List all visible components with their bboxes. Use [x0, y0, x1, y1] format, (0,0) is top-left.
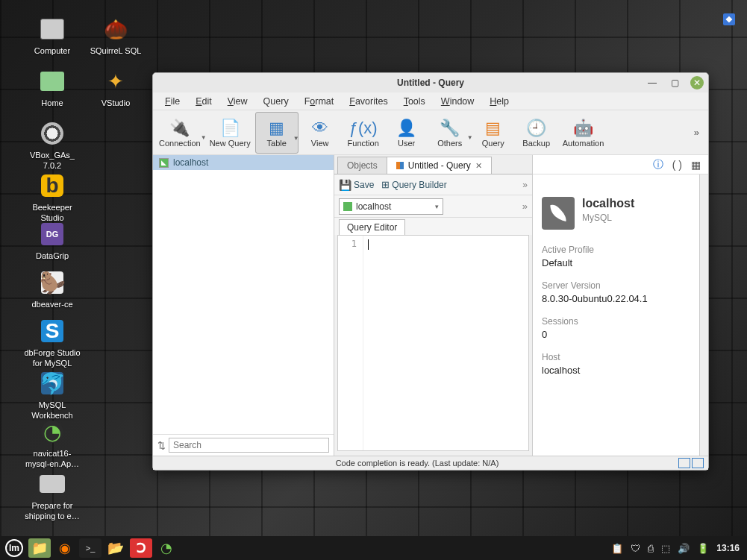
menu-tools[interactable]: Tools [396, 94, 433, 109]
search-input[interactable] [169, 438, 329, 453]
panel-toggle-right[interactable] [692, 458, 704, 468]
taskbar: lm 📁 ◉ >_ 📂 Ͻ ◔ 📋 🛡 ⎙ ⬚ 🔊 🔋 13:16 [0, 536, 747, 560]
save-button[interactable]: 💾 Save [339, 179, 374, 191]
taskbar-terminal[interactable]: >_ [79, 538, 101, 558]
braces-icon[interactable]: ( ) [672, 159, 682, 171]
taskbar-files2[interactable]: 📂 [104, 538, 127, 558]
desktop-icon-navicat16-mysql-en-ap-[interactable]: ◔navicat16-mysql-en.Ap… [15, 418, 90, 470]
desktop-icon-squirrel-sql[interactable]: 🌰SQuirreL SQL [78, 15, 153, 57]
menu-file[interactable]: File [157, 94, 187, 109]
close-button[interactable]: ✕ [690, 76, 704, 89]
toolbar-others[interactable]: 🔧Others▼ [428, 112, 472, 154]
tray-disk-icon[interactable]: ⎙ [648, 543, 654, 554]
minimize-button[interactable]: — [646, 76, 659, 89]
datasource-row: localhost » [334, 195, 532, 218]
desktop-icon-dbforge-studio-for-mysql[interactable]: SdbForge Studiofor MySQL [15, 317, 90, 369]
toolbar-backup[interactable]: 🕘Backup [515, 112, 558, 154]
toolbar-automation[interactable]: 🤖Automation [558, 112, 609, 154]
maximize-button[interactable]: ▢ [668, 76, 681, 89]
desktop-icon-label: VStudio [78, 98, 153, 109]
toolbar-new-query[interactable]: 📄New Query [205, 112, 255, 154]
editor-subtabs: Query Editor [334, 218, 532, 235]
toolbar-label: Query [482, 139, 504, 148]
toolbar-overflow[interactable]: » [687, 127, 707, 138]
desktop-notification-icon[interactable]: ❖ [723, 13, 735, 25]
taskbar-files[interactable]: 📁 [28, 538, 51, 558]
query-bar-overflow[interactable]: » [522, 180, 528, 190]
function-icon: ƒ(x) [349, 118, 378, 139]
desktop-icon-label: SQuirreL SQL [78, 46, 153, 57]
desktop-icon-prepare-for-shipping-to-e-[interactable]: Prepare forshipping to e… [15, 470, 90, 522]
menu-format[interactable]: Format [297, 94, 342, 109]
menu-window[interactable]: Window [434, 94, 481, 109]
connection-item-localhost[interactable]: ◣ localhost [153, 155, 334, 170]
taskbar-navicat[interactable]: ◔ [155, 538, 178, 558]
toolbar-view[interactable]: 👁View [299, 112, 342, 154]
datasource-label: localhost [356, 201, 391, 212]
info-scrollbar[interactable] [699, 174, 708, 456]
tray-network-icon[interactable]: ⬚ [661, 543, 670, 554]
desktop-icon-glyph [38, 67, 66, 95]
tray-clipboard-icon[interactable]: 📋 [611, 543, 623, 554]
tab-label: Untitled - Query [408, 160, 471, 171]
desktop-icon-glyph: DG [38, 220, 66, 248]
toolbar-connection[interactable]: 🔌Connection▼ [154, 112, 205, 154]
query-builder-button[interactable]: ⊞ Query Builder [381, 179, 446, 190]
tray-clock[interactable]: 13:16 [716, 543, 740, 553]
user-icon: 👤 [396, 118, 416, 139]
query-icon: ▤ [485, 118, 501, 139]
panel-toggle-left[interactable] [678, 458, 690, 468]
menu-help[interactable]: Help [482, 94, 516, 109]
toolbar-query[interactable]: ▤Query [472, 112, 515, 154]
desktop-icon-datagrip[interactable]: DGDataGrip [15, 220, 90, 262]
desktop: Computer🌰SQuirreL SQLHome✦VStudioVBox_GA… [0, 0, 164, 536]
info-value-server-version: 8.0.30-0ubuntu0.22.04.1 [542, 293, 690, 304]
desktop-icon-glyph [38, 15, 66, 43]
desktop-icon-glyph: 🌰 [101, 15, 130, 43]
desktop-icon-mysql-workbench[interactable]: 🐬MySQLWorkbench [15, 369, 90, 421]
desktop-icon-beekeeper-studio[interactable]: bBeekeeperStudio [15, 172, 90, 224]
plug-icon: 🔌 [169, 118, 190, 139]
tab-untitled-query[interactable]: Untitled - Query✕ [387, 157, 492, 174]
start-menu-button[interactable]: lm [3, 538, 25, 558]
close-icon[interactable]: ✕ [475, 161, 482, 171]
desktop-icon-vstudio[interactable]: ✦VStudio [78, 67, 153, 109]
info-icon[interactable]: ⓘ [653, 158, 663, 172]
titlebar[interactable]: Untitled - Query — ▢ ✕ [153, 73, 708, 92]
tray-volume-icon[interactable]: 🔊 [678, 543, 690, 554]
toolbar-function[interactable]: ƒ(x)Function [342, 112, 385, 154]
datasource-overflow[interactable]: » [522, 201, 528, 212]
sort-icon[interactable]: ⇅ [157, 440, 166, 451]
grid-icon[interactable]: ▦ [691, 159, 701, 171]
tab-icon [396, 162, 404, 169]
line-gutter: 1 [338, 236, 363, 450]
toolbar-user[interactable]: 👤User [385, 112, 428, 154]
window-title: Untitled - Query [397, 78, 464, 88]
menu-query[interactable]: Query [256, 94, 296, 109]
code-area[interactable] [363, 236, 528, 450]
toolbar-table[interactable]: ▦Table▼ [255, 112, 299, 154]
toolbar-label: Automation [563, 139, 604, 148]
taskbar-firefox[interactable]: ◉ [54, 538, 76, 558]
toolbar-label: Function [348, 139, 379, 148]
menu-edit[interactable]: Edit [188, 94, 219, 109]
menu-view[interactable]: View [220, 94, 255, 109]
newquery-icon: 📄 [220, 118, 240, 139]
datasource-select[interactable]: localhost [339, 198, 443, 215]
tab-label: Objects [347, 160, 378, 171]
desktop-icon-label: dbeaver-ce [15, 300, 90, 310]
db-logo-icon [542, 197, 575, 230]
desktop-icon-label: navicat16-mysql-en.Ap… [15, 449, 90, 470]
desktop-icon-vbox-gas-7-0-2[interactable]: VBox_GAs_7.0.2 [15, 119, 90, 172]
sql-editor[interactable]: 1 [337, 235, 529, 451]
taskbar-app-red[interactable]: Ͻ [130, 538, 152, 558]
info-label-server-version: Server Version [542, 280, 690, 291]
desktop-icon-dbeaver-ce[interactable]: 🦫dbeaver-ce [15, 268, 90, 310]
tab-objects[interactable]: Objects [337, 157, 387, 174]
backup-icon: 🕘 [526, 118, 546, 139]
tab-query-editor[interactable]: Query Editor [339, 219, 405, 235]
tray-shield-icon[interactable]: 🛡 [631, 543, 640, 554]
menu-favorites[interactable]: Favorites [342, 94, 395, 109]
tray-battery-icon[interactable]: 🔋 [697, 543, 709, 554]
info-label-sessions: Sessions [542, 316, 690, 327]
